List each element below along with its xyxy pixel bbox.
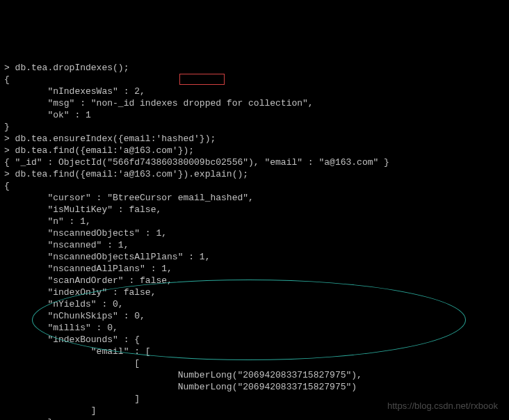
line: "indexBounds" : { (4, 334, 140, 345)
line: NumberLong("2069420833715827975") (4, 382, 357, 392)
line: ] (4, 394, 140, 404)
line: "cursor" : "BtreeCursor email_hashed", (4, 193, 254, 203)
watermark-text: https://blog.csdn.net/rxbook (387, 400, 498, 412)
line: > db.tea.dropIndexes(); (4, 63, 129, 73)
line: }, (4, 417, 58, 420)
line: "msg" : "non-_id indexes dropped for col… (4, 98, 314, 108)
line: [ (4, 358, 140, 369)
line: "nYields" : 0, (4, 299, 124, 309)
line: "millis" : 0, (4, 323, 118, 333)
line: "nscanned" : 1, (4, 240, 129, 250)
line: "n" : 1, (4, 216, 91, 227)
line: > db.tea.find({email:'a@163.com'}).expla… (4, 169, 248, 179)
line: { (4, 74, 10, 85)
line: "nscannedAllPlans" : 1, (4, 264, 172, 274)
line: { (4, 181, 10, 191)
line: > db.tea.find({email:'a@163.com'}); (4, 145, 194, 156)
line: "nChunkSkips" : 0, (4, 311, 145, 321)
line: "ok" : 1 (4, 110, 91, 120)
line: "indexOnly" : false, (4, 287, 156, 298)
line: { "_id" : ObjectId("566fd743860380009bc0… (4, 157, 389, 168)
line: > db.tea.ensureIndex({email:'hashed'}); (4, 134, 216, 144)
line: "email" : [ (4, 346, 151, 357)
line: "nscannedObjects" : 1, (4, 228, 167, 239)
line: } (4, 122, 10, 132)
line: "nscannedObjectsAllPlans" : 1, (4, 252, 210, 262)
line: "nIndexesWas" : 2, (4, 86, 145, 97)
terminal-output[interactable]: > db.tea.dropIndexes(); { "nIndexesWas" … (4, 50, 505, 420)
line: NumberLong("2069420833715827975"), (4, 370, 362, 380)
line: "scanAndOrder" : false, (4, 275, 172, 286)
line: ] (4, 405, 97, 416)
line: "isMultiKey" : false, (4, 204, 161, 215)
